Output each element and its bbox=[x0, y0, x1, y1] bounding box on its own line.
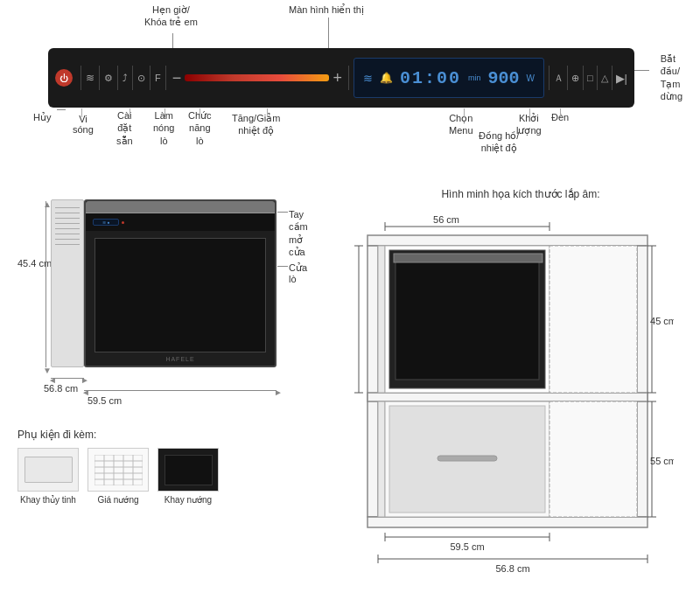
oven-brand-label: HAFELE bbox=[165, 356, 194, 362]
dimensions-section: Hình minh họa kích thước lắp âm: bbox=[350, 188, 691, 614]
temperature-bar bbox=[185, 74, 329, 81]
bell-icon: 🔔 bbox=[380, 72, 393, 84]
svg-text:56 cm: 56 cm bbox=[433, 214, 459, 225]
annotation-handle: Tay cầmmở cửa bbox=[289, 208, 308, 258]
temp-unit: W bbox=[527, 73, 535, 83]
dim-depth: 59.5 cm bbox=[88, 395, 122, 406]
accessory-label-rack: Giá nướng bbox=[97, 495, 138, 505]
weight-icon[interactable]: □ bbox=[587, 73, 593, 83]
accessory-khay-nuong: Khay nướng bbox=[158, 448, 219, 505]
label-chon-menu: ChọnMenu bbox=[449, 112, 473, 137]
light-icon[interactable]: △ bbox=[601, 73, 608, 84]
accessories-title: Phụ kiện đi kèm: bbox=[18, 429, 271, 441]
accessory-khay-thuy-tinh: Khay thủy tinh bbox=[18, 448, 79, 505]
wave-display-icon: ≋ bbox=[363, 72, 373, 85]
annotation-bat-dau: Bắt đầu/ Tạm dừng bbox=[661, 52, 682, 102]
label-dong-ho: Đồng hồ/nhiệt độ bbox=[479, 129, 519, 155]
svg-rect-12 bbox=[368, 393, 648, 401]
oven-section: 45.4 cm ▲ ▼ ≋ ● bbox=[18, 175, 298, 429]
f-icon[interactable]: F bbox=[155, 73, 161, 83]
svg-rect-0 bbox=[94, 455, 143, 485]
accessory-label-glass-tray: Khay thủy tinh bbox=[20, 495, 76, 505]
svg-rect-22 bbox=[438, 456, 497, 461]
settings-icon[interactable]: ⚙ bbox=[104, 73, 113, 84]
svg-rect-13 bbox=[368, 517, 648, 527]
svg-rect-23 bbox=[550, 246, 637, 393]
decrease-button[interactable]: − bbox=[172, 69, 182, 87]
svg-text:59.5 cm: 59.5 cm bbox=[450, 541, 484, 552]
oven-body: ≋ ● HAFELE bbox=[84, 199, 276, 367]
svg-rect-9 bbox=[368, 235, 648, 246]
time-display: 01:00 bbox=[400, 68, 461, 88]
microwave-icon[interactable]: ≋ bbox=[86, 72, 94, 84]
preheat-icon[interactable]: ⤴ bbox=[122, 73, 128, 83]
label-tang-giam: Tăng/Giảmnhiệt độ bbox=[232, 112, 280, 137]
svg-rect-11 bbox=[637, 246, 648, 517]
svg-rect-19 bbox=[394, 254, 542, 262]
menu-icon[interactable]: Ａ bbox=[554, 72, 564, 85]
annotation-hen-gio: Hẹn giờ/ Khóa trẻ em bbox=[144, 3, 198, 29]
start-button[interactable]: ▶| bbox=[616, 72, 627, 85]
function-icon[interactable]: ⊙ bbox=[137, 73, 145, 84]
dimensions-diagram: 56 cm 45 cm 55 cm 45.4 cm 59.5 cm bbox=[350, 209, 674, 611]
svg-text:45 cm: 45 cm bbox=[650, 316, 674, 326]
dim-height: 45.4 cm bbox=[18, 258, 52, 269]
svg-rect-15 bbox=[378, 401, 385, 517]
oven-side-panel bbox=[51, 199, 84, 367]
oven-door-glass bbox=[94, 238, 266, 352]
display-screen: ≋ 🔔 01:00 min 900 W bbox=[354, 58, 544, 98]
svg-text:55 cm: 55 cm bbox=[650, 456, 674, 466]
time-unit: min bbox=[468, 73, 481, 82]
svg-rect-10 bbox=[368, 246, 378, 517]
svg-rect-18 bbox=[396, 262, 539, 380]
temp-display: 900 bbox=[487, 68, 519, 88]
annotation-door: Cửa lò bbox=[289, 262, 307, 284]
svg-rect-14 bbox=[378, 246, 385, 393]
svg-rect-24 bbox=[550, 401, 637, 517]
label-huy: Hủy bbox=[33, 112, 51, 123]
dimensions-title: Hình minh họa kích thước lắp âm: bbox=[350, 188, 691, 200]
increase-button[interactable]: + bbox=[332, 69, 342, 87]
accessories-section: Phụ kiện đi kèm: Khay thủy tinh bbox=[18, 429, 271, 505]
power-button[interactable]: ⏻ bbox=[55, 69, 73, 87]
annotation-man-hinh: Màn hình hiển thị bbox=[289, 3, 364, 16]
svg-text:56.8 cm: 56.8 cm bbox=[495, 563, 529, 574]
accessory-gia-nuong: Giá nướng bbox=[88, 448, 149, 505]
clock-icon[interactable]: ⊕ bbox=[571, 73, 579, 84]
accessory-label-baking-tray: Khay nướng bbox=[164, 495, 212, 505]
control-panel: ⏻ ≋ ⚙ ⤴ ⊙ F − + ≋ 🔔 01:00 min bbox=[48, 48, 634, 108]
oven-handle[interactable] bbox=[86, 201, 275, 213]
label-vi-song: Visóng bbox=[73, 114, 94, 135]
